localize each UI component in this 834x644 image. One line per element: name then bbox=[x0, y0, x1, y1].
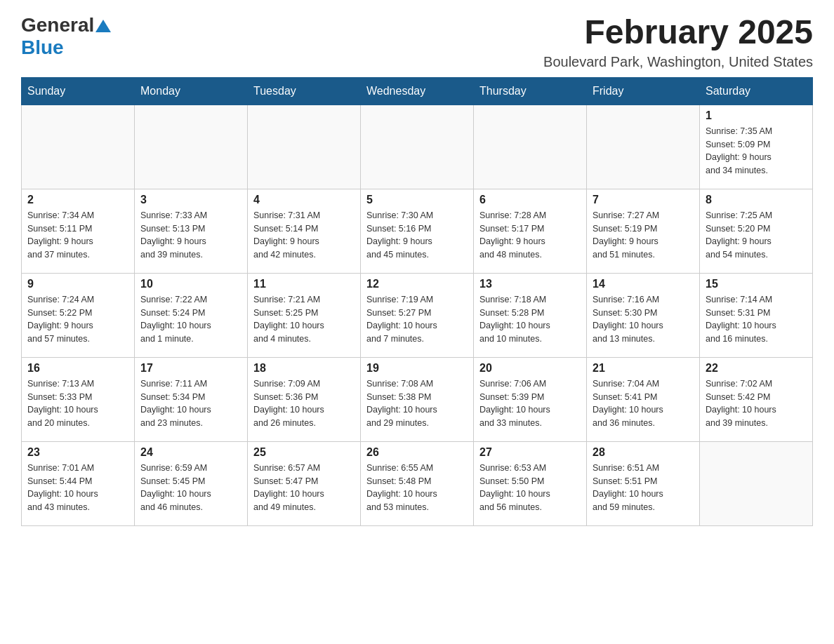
main-title: February 2025 bbox=[543, 14, 813, 51]
day-info: Sunrise: 7:24 AMSunset: 5:22 PMDaylight:… bbox=[27, 293, 128, 346]
day-info: Sunrise: 7:34 AMSunset: 5:11 PMDaylight:… bbox=[27, 209, 128, 262]
calendar-cell bbox=[587, 105, 700, 189]
day-number: 15 bbox=[706, 278, 807, 290]
day-info: Sunrise: 7:19 AMSunset: 5:27 PMDaylight:… bbox=[366, 293, 468, 346]
day-info: Sunrise: 7:11 AMSunset: 5:34 PMDaylight:… bbox=[140, 377, 241, 430]
week-row: 23Sunrise: 7:01 AMSunset: 5:44 PMDayligh… bbox=[22, 441, 813, 525]
week-row: 9Sunrise: 7:24 AMSunset: 5:22 PMDaylight… bbox=[22, 273, 813, 357]
calendar-cell: 18Sunrise: 7:09 AMSunset: 5:36 PMDayligh… bbox=[248, 357, 361, 441]
day-info: Sunrise: 7:09 AMSunset: 5:36 PMDaylight:… bbox=[253, 377, 355, 430]
calendar-cell: 4Sunrise: 7:31 AMSunset: 5:14 PMDaylight… bbox=[248, 189, 361, 273]
calendar-cell bbox=[700, 441, 813, 525]
calendar-cell: 23Sunrise: 7:01 AMSunset: 5:44 PMDayligh… bbox=[22, 441, 135, 525]
day-info: Sunrise: 7:13 AMSunset: 5:33 PMDaylight:… bbox=[27, 377, 128, 430]
week-row: 1Sunrise: 7:35 AMSunset: 5:09 PMDaylight… bbox=[22, 105, 813, 189]
calendar-cell: 22Sunrise: 7:02 AMSunset: 5:42 PMDayligh… bbox=[700, 357, 813, 441]
day-of-week-header: Friday bbox=[587, 77, 700, 105]
day-number: 22 bbox=[706, 362, 807, 375]
calendar-cell: 13Sunrise: 7:18 AMSunset: 5:28 PMDayligh… bbox=[474, 273, 587, 357]
calendar-cell bbox=[22, 105, 135, 189]
subtitle: Boulevard Park, Washington, United State… bbox=[543, 54, 813, 70]
day-of-week-header: Saturday bbox=[700, 77, 813, 105]
day-number: 25 bbox=[253, 446, 355, 459]
day-number: 12 bbox=[366, 278, 468, 290]
calendar-cell: 8Sunrise: 7:25 AMSunset: 5:20 PMDaylight… bbox=[700, 189, 813, 273]
calendar-cell bbox=[361, 105, 474, 189]
day-info: Sunrise: 6:57 AMSunset: 5:47 PMDaylight:… bbox=[253, 462, 355, 514]
logo: General Blue bbox=[21, 14, 111, 59]
day-number: 5 bbox=[366, 194, 468, 206]
calendar-cell: 21Sunrise: 7:04 AMSunset: 5:41 PMDayligh… bbox=[587, 357, 700, 441]
day-number: 16 bbox=[27, 362, 128, 375]
day-info: Sunrise: 7:14 AMSunset: 5:31 PMDaylight:… bbox=[706, 293, 807, 346]
day-number: 26 bbox=[366, 446, 468, 459]
day-info: Sunrise: 7:16 AMSunset: 5:30 PMDaylight:… bbox=[593, 293, 694, 346]
calendar-cell: 25Sunrise: 6:57 AMSunset: 5:47 PMDayligh… bbox=[248, 441, 361, 525]
day-info: Sunrise: 7:21 AMSunset: 5:25 PMDaylight:… bbox=[253, 293, 355, 346]
week-row: 16Sunrise: 7:13 AMSunset: 5:33 PMDayligh… bbox=[22, 357, 813, 441]
day-info: Sunrise: 7:01 AMSunset: 5:44 PMDaylight:… bbox=[27, 462, 128, 514]
day-number: 19 bbox=[366, 362, 468, 375]
day-number: 20 bbox=[479, 362, 581, 375]
calendar-cell: 5Sunrise: 7:30 AMSunset: 5:16 PMDaylight… bbox=[361, 189, 474, 273]
day-info: Sunrise: 6:51 AMSunset: 5:51 PMDaylight:… bbox=[593, 462, 694, 514]
logo-triangle-icon bbox=[95, 20, 111, 32]
day-info: Sunrise: 7:18 AMSunset: 5:28 PMDaylight:… bbox=[479, 293, 581, 346]
header: General Blue February 2025 Boulevard Par… bbox=[21, 14, 813, 70]
day-of-week-header: Thursday bbox=[474, 77, 587, 105]
day-number: 23 bbox=[27, 446, 128, 459]
day-info: Sunrise: 7:31 AMSunset: 5:14 PMDaylight:… bbox=[253, 209, 355, 262]
day-number: 7 bbox=[593, 194, 694, 206]
title-section: February 2025 Boulevard Park, Washington… bbox=[543, 14, 813, 70]
calendar-cell: 11Sunrise: 7:21 AMSunset: 5:25 PMDayligh… bbox=[248, 273, 361, 357]
calendar-cell: 24Sunrise: 6:59 AMSunset: 5:45 PMDayligh… bbox=[135, 441, 248, 525]
day-number: 14 bbox=[593, 278, 694, 290]
day-number: 27 bbox=[479, 446, 581, 459]
calendar-cell: 14Sunrise: 7:16 AMSunset: 5:30 PMDayligh… bbox=[587, 273, 700, 357]
calendar-cell: 12Sunrise: 7:19 AMSunset: 5:27 PMDayligh… bbox=[361, 273, 474, 357]
calendar-cell: 20Sunrise: 7:06 AMSunset: 5:39 PMDayligh… bbox=[474, 357, 587, 441]
day-info: Sunrise: 7:25 AMSunset: 5:20 PMDaylight:… bbox=[706, 209, 807, 262]
calendar-cell: 26Sunrise: 6:55 AMSunset: 5:48 PMDayligh… bbox=[361, 441, 474, 525]
calendar-cell: 7Sunrise: 7:27 AMSunset: 5:19 PMDaylight… bbox=[587, 189, 700, 273]
calendar-cell: 9Sunrise: 7:24 AMSunset: 5:22 PMDaylight… bbox=[22, 273, 135, 357]
calendar-cell: 3Sunrise: 7:33 AMSunset: 5:13 PMDaylight… bbox=[135, 189, 248, 273]
day-info: Sunrise: 7:04 AMSunset: 5:41 PMDaylight:… bbox=[593, 377, 694, 430]
day-of-week-header: Sunday bbox=[22, 77, 135, 105]
day-number: 28 bbox=[593, 446, 694, 459]
day-number: 9 bbox=[27, 278, 128, 290]
calendar-cell: 19Sunrise: 7:08 AMSunset: 5:38 PMDayligh… bbox=[361, 357, 474, 441]
calendar-cell bbox=[474, 105, 587, 189]
day-info: Sunrise: 6:59 AMSunset: 5:45 PMDaylight:… bbox=[140, 462, 241, 514]
calendar: SundayMondayTuesdayWednesdayThursdayFrid… bbox=[21, 77, 813, 526]
logo-blue: Blue bbox=[21, 36, 64, 58]
calendar-cell: 2Sunrise: 7:34 AMSunset: 5:11 PMDaylight… bbox=[22, 189, 135, 273]
day-number: 17 bbox=[140, 362, 241, 375]
day-number: 11 bbox=[253, 278, 355, 290]
day-info: Sunrise: 6:55 AMSunset: 5:48 PMDaylight:… bbox=[366, 462, 468, 514]
calendar-cell bbox=[248, 105, 361, 189]
calendar-cell: 27Sunrise: 6:53 AMSunset: 5:50 PMDayligh… bbox=[474, 441, 587, 525]
day-info: Sunrise: 7:33 AMSunset: 5:13 PMDaylight:… bbox=[140, 209, 241, 262]
day-number: 18 bbox=[253, 362, 355, 375]
day-number: 8 bbox=[706, 194, 807, 206]
day-number: 24 bbox=[140, 446, 241, 459]
day-info: Sunrise: 7:30 AMSunset: 5:16 PMDaylight:… bbox=[366, 209, 468, 262]
calendar-cell: 17Sunrise: 7:11 AMSunset: 5:34 PMDayligh… bbox=[135, 357, 248, 441]
day-number: 10 bbox=[140, 278, 241, 290]
calendar-cell: 15Sunrise: 7:14 AMSunset: 5:31 PMDayligh… bbox=[700, 273, 813, 357]
day-info: Sunrise: 7:02 AMSunset: 5:42 PMDaylight:… bbox=[706, 377, 807, 430]
calendar-cell: 6Sunrise: 7:28 AMSunset: 5:17 PMDaylight… bbox=[474, 189, 587, 273]
day-of-week-header: Tuesday bbox=[248, 77, 361, 105]
day-number: 6 bbox=[479, 194, 581, 206]
day-number: 13 bbox=[479, 278, 581, 290]
day-of-week-header: Wednesday bbox=[361, 77, 474, 105]
svg-marker-0 bbox=[95, 20, 111, 32]
day-number: 3 bbox=[140, 194, 241, 206]
day-info: Sunrise: 7:06 AMSunset: 5:39 PMDaylight:… bbox=[479, 377, 581, 430]
day-info: Sunrise: 7:08 AMSunset: 5:38 PMDaylight:… bbox=[366, 377, 468, 430]
day-info: Sunrise: 7:28 AMSunset: 5:17 PMDaylight:… bbox=[479, 209, 581, 262]
calendar-cell: 10Sunrise: 7:22 AMSunset: 5:24 PMDayligh… bbox=[135, 273, 248, 357]
day-info: Sunrise: 7:22 AMSunset: 5:24 PMDaylight:… bbox=[140, 293, 241, 346]
week-row: 2Sunrise: 7:34 AMSunset: 5:11 PMDaylight… bbox=[22, 189, 813, 273]
